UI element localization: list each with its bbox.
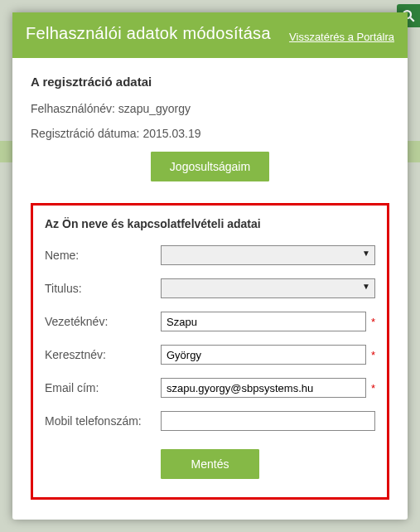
contact-heading: Az Ön neve és kapcsolatfelvételi adatai bbox=[45, 217, 375, 230]
row-email: Email cím: * bbox=[45, 378, 375, 398]
row-mobile: Mobil telefonszám: bbox=[45, 411, 375, 431]
registration-heading: A regisztráció adatai bbox=[31, 75, 389, 89]
permissions-button[interactable]: Jogosultságaim bbox=[151, 152, 269, 181]
label-firstname: Keresztnév: bbox=[45, 348, 161, 361]
label-email: Email cím: bbox=[45, 381, 161, 394]
input-title[interactable] bbox=[161, 278, 375, 298]
save-button[interactable]: Mentés bbox=[161, 449, 260, 479]
svg-line-1 bbox=[410, 17, 414, 22]
row-lastname: Vezetéknév: * bbox=[45, 312, 375, 331]
label-mobile: Mobil telefonszám: bbox=[45, 414, 161, 428]
required-star: * bbox=[371, 316, 375, 328]
username-line: Felhasználónév: szapu_gyorgy bbox=[31, 102, 389, 115]
row-title: Titulus: bbox=[45, 278, 375, 298]
modal-header: Felhasználói adatok módosítása Visszatér… bbox=[12, 12, 408, 58]
required-star: * bbox=[371, 349, 375, 361]
user-profile-modal: Felhasználói adatok módosítása Visszatér… bbox=[12, 12, 408, 520]
required-star: * bbox=[371, 382, 375, 394]
input-lastname[interactable] bbox=[161, 312, 366, 331]
username-label: Felhasználónév: bbox=[31, 102, 118, 115]
regdate-label: Regisztráció dátuma: bbox=[31, 127, 142, 140]
input-firstname[interactable] bbox=[161, 345, 366, 365]
input-mobile[interactable] bbox=[161, 411, 375, 431]
input-gender[interactable] bbox=[161, 245, 375, 265]
row-gender: Neme: bbox=[45, 245, 375, 265]
label-gender: Neme: bbox=[45, 249, 161, 262]
regdate-value: 2015.03.19 bbox=[142, 127, 200, 140]
modal-title: Felhasználói adatok módosítása bbox=[26, 24, 271, 43]
contact-details-box: Az Ön neve és kapcsolatfelvételi adatai … bbox=[31, 203, 389, 500]
username-value: szapu_gyorgy bbox=[118, 102, 191, 115]
modal-body: A regisztráció adatai Felhasználónév: sz… bbox=[12, 58, 408, 520]
label-title: Titulus: bbox=[45, 282, 161, 295]
input-email[interactable] bbox=[161, 378, 366, 398]
regdate-line: Regisztráció dátuma: 2015.03.19 bbox=[31, 127, 389, 140]
row-firstname: Keresztnév: * bbox=[45, 345, 375, 365]
back-to-portal-link[interactable]: Visszatérés a Portálra bbox=[289, 31, 394, 43]
label-lastname: Vezetéknév: bbox=[45, 315, 161, 328]
